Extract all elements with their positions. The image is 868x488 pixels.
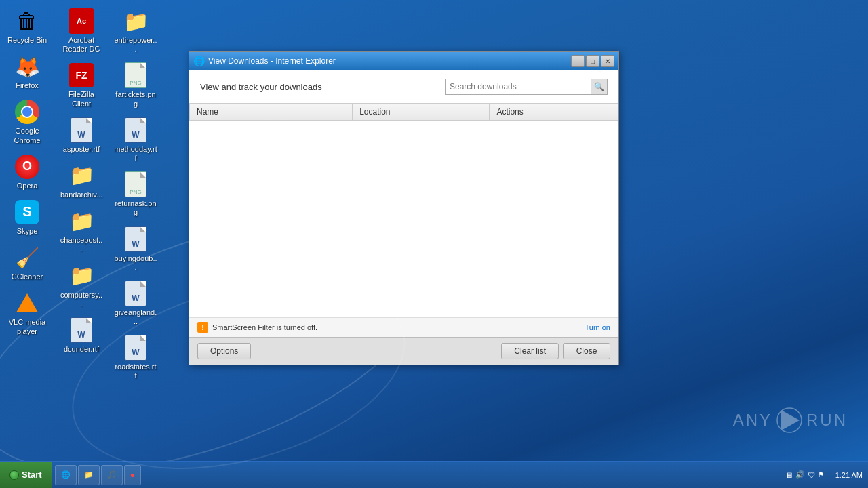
dialog-title-left: 🌐 View Downloads - Internet Explorer: [193, 56, 336, 66]
downloads-table: Name Location Actions: [189, 103, 618, 121]
desktop-icon-roadstates[interactable]: roadstates.rtf: [108, 330, 163, 384]
desktop-icon-dcunder[interactable]: dcunder.rtf: [54, 312, 108, 358]
desktop-icon-filezilla[interactable]: FZ FileZilla Client: [54, 58, 108, 112]
filezilla-icon: FZ: [69, 63, 94, 87]
chancepost-icon: 📁: [69, 209, 94, 233]
returnask-icon: PNG: [125, 171, 146, 197]
tray-network-icon: 🖥: [785, 471, 793, 479]
footer-right: Clear list Close: [501, 343, 610, 359]
desktop-icon-acrobat[interactable]: Ac Acrobat Reader DC: [54, 3, 108, 58]
chancepost-label: chancepost...: [60, 236, 103, 253]
firefox-label: Firefox: [16, 81, 39, 90]
downloads-body: [189, 121, 618, 317]
taskbar-explorer[interactable]: 📁: [78, 465, 100, 485]
taskbar-items: 🌐 📁 🎵 ●: [52, 462, 780, 488]
opera-label: Opera: [17, 182, 38, 190]
chrome-label: Google Chrome: [5, 127, 49, 144]
start-button[interactable]: Start: [0, 462, 52, 488]
desktop-icon-opera[interactable]: O Opera: [0, 149, 54, 195]
clock-time: 1:21 AM: [835, 471, 863, 479]
desktop-icon-bandarchiv[interactable]: 📁 bandarchiv...: [54, 158, 108, 203]
system-tray: 🖥 🔊 🛡 ⚑: [780, 470, 830, 479]
taskbar-chrome[interactable]: ●: [124, 465, 141, 485]
downloads-dialog: 🌐 View Downloads - Internet Explorer — □…: [189, 51, 619, 365]
desktop-icon-chrome[interactable]: Google Chrome: [0, 94, 54, 148]
desktop-icon-entirepower[interactable]: 📁 entirepower...: [108, 3, 163, 58]
desktop-icon-vlc[interactable]: VLC media player: [0, 285, 54, 340]
search-input[interactable]: [446, 81, 591, 93]
entirepower-icon: 📁: [123, 9, 149, 33]
close-window-button[interactable]: ✕: [601, 55, 614, 67]
acrobat-label: Acrobat Reader DC: [60, 36, 103, 54]
desktop-icon-computersy[interactable]: 📁 computersy...: [54, 258, 108, 312]
dialog-header: View and track your downloads 🔍: [189, 70, 618, 103]
start-orb-icon: [9, 470, 19, 480]
chrome-icon: [15, 100, 39, 124]
chrome-taskbar-icon: ●: [130, 470, 135, 480]
turn-on-link[interactable]: Turn on: [585, 323, 610, 331]
fartickets-label: fartickets.png: [114, 90, 157, 108]
close-button[interactable]: Close: [563, 343, 610, 359]
skype-label: Skype: [17, 227, 38, 236]
tray-volume-icon: 🔊: [795, 470, 805, 479]
bandarchiv-label: bandarchiv...: [60, 190, 102, 199]
options-button[interactable]: Options: [197, 343, 251, 359]
giveangland-icon: [125, 281, 146, 306]
desktop-icon-methodday[interactable]: methodday.rtf: [108, 113, 163, 167]
desktop-icon-buyingdoub[interactable]: buyingdoub...: [108, 222, 163, 276]
clear-list-button[interactable]: Clear list: [501, 343, 559, 359]
acrobat-icon: Ac: [69, 8, 94, 34]
recycle-bin-icon: 🗑: [16, 9, 38, 34]
returnask-label: returnask.png: [114, 199, 157, 217]
desktop-icon-returnask[interactable]: PNG returnask.png: [108, 167, 163, 221]
asposter-label: asposter.rtf: [63, 145, 100, 154]
computersy-icon: 📁: [69, 264, 94, 287]
smartscreen-text: SmartScreen Filter is turned off.: [212, 323, 317, 331]
search-button[interactable]: 🔍: [591, 79, 607, 94]
start-label: Start: [22, 470, 42, 480]
smartscreen-icon: !: [197, 322, 208, 333]
desktop-icon-asposter[interactable]: asposter.rtf: [54, 113, 108, 158]
firefox-icon: 🦊: [15, 55, 40, 79]
dialog-header-title: View and track your downloads: [200, 82, 322, 92]
methodday-label: methodday.rtf: [114, 145, 157, 163]
minimize-button[interactable]: —: [571, 55, 585, 67]
dcunder-icon: [71, 317, 92, 343]
entirepower-label: entirepower...: [114, 36, 157, 54]
fartickets-icon: PNG: [125, 62, 146, 88]
desktop-icon-ccleaner[interactable]: 🧹 CCleaner: [0, 240, 54, 285]
dcunder-label: dcunder.rtf: [64, 345, 99, 354]
ie-title-icon: 🌐: [193, 56, 205, 66]
desktop: 🗑 Recycle Bin 🦊 Firefox Google Chrome O …: [0, 0, 868, 488]
search-box: 🔍: [445, 79, 608, 95]
ccleaner-icon: 🧹: [16, 247, 39, 269]
desktop-icon-giveangland[interactable]: giveangland...: [108, 276, 163, 330]
vlc-label: VLC media player: [5, 318, 49, 336]
dialog-controls: — □ ✕: [571, 55, 614, 67]
opera-icon: O: [15, 155, 39, 179]
methodday-icon: [125, 117, 146, 143]
maximize-button[interactable]: □: [586, 55, 599, 67]
roadstates-icon: [125, 335, 146, 361]
col-location: Location: [353, 104, 490, 121]
taskbar-ie[interactable]: 🌐: [55, 465, 77, 485]
ie-taskbar-icon: 🌐: [61, 470, 71, 479]
explorer-taskbar-icon: 📁: [84, 470, 94, 479]
desktop-icon-fartickets[interactable]: PNG fartickets.png: [108, 58, 163, 112]
anyrun-logo: ANY RUN: [733, 407, 848, 434]
buyingdoub-icon: [125, 226, 146, 252]
clock: 1:21 AM: [830, 471, 868, 479]
desktop-icon-chancepost[interactable]: 📁 chancepost...: [54, 203, 108, 258]
tray-flag-icon: ⚑: [818, 470, 825, 479]
desktop-icon-recycle-bin[interactable]: 🗑 Recycle Bin: [0, 3, 54, 49]
bandarchiv-icon: 📁: [69, 163, 94, 187]
skype-icon: S: [15, 200, 39, 224]
svg-marker-0: [781, 410, 800, 430]
filezilla-label: FileZilla Client: [60, 90, 103, 108]
tray-security-icon: 🛡: [808, 471, 815, 479]
dialog-titlebar: 🌐 View Downloads - Internet Explorer — □…: [189, 52, 618, 70]
desktop-icon-skype[interactable]: S Skype: [0, 195, 54, 240]
desktop-icon-firefox[interactable]: 🦊 Firefox: [0, 49, 54, 94]
dialog-footer: Options Clear list Close: [189, 337, 618, 365]
taskbar-media[interactable]: 🎵: [101, 465, 123, 485]
